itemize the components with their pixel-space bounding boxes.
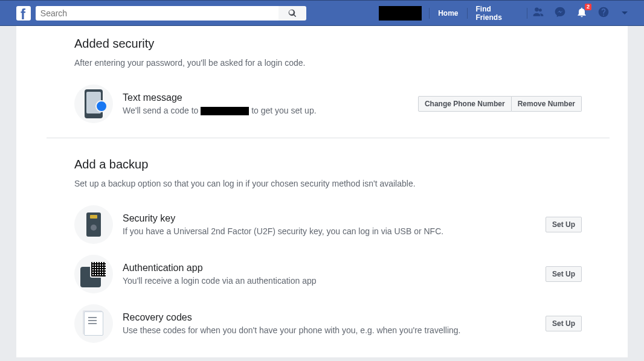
nav-icons: 2 <box>532 6 628 20</box>
search-wrap <box>36 6 306 21</box>
key-actions: Set Up <box>546 217 582 232</box>
notifications-icon-wrap[interactable]: 2 <box>576 6 588 20</box>
security-key-option: Security key If you have a Universal 2nd… <box>74 205 582 244</box>
option-desc: Use these codes for when you don't have … <box>123 325 546 335</box>
option-desc: If you have a Universal 2nd Factor (U2F)… <box>123 226 546 236</box>
messenger-icon-wrap[interactable] <box>554 6 566 20</box>
nav-home[interactable]: Home <box>432 6 464 21</box>
topbar-inner: Home Find Friends 2 <box>16 1 628 25</box>
option-text: Recovery codes Use these codes for when … <box>123 312 546 335</box>
page: Added security After entering your passw… <box>16 26 628 357</box>
profile-link[interactable] <box>379 6 422 21</box>
facebook-logo[interactable] <box>16 6 31 21</box>
nav-find-friends[interactable]: Find Friends <box>469 6 524 21</box>
added-security-section: Added security After entering your passw… <box>47 26 610 138</box>
friends-icon <box>532 6 544 18</box>
divider <box>429 8 430 19</box>
search-button[interactable] <box>279 6 306 21</box>
section-desc: Set up a backup option so that you can l… <box>74 179 582 188</box>
option-title: Security key <box>123 213 546 224</box>
section-title: Add a backup <box>74 158 582 171</box>
search-input[interactable] <box>36 6 279 21</box>
friends-icon-wrap[interactable] <box>532 6 544 20</box>
sms-desc-suffix: to get you set up. <box>249 106 316 115</box>
search-icon <box>288 9 297 18</box>
option-text: Security key If you have a Universal 2nd… <box>123 213 546 236</box>
sms-actions: Change Phone Number Remove Number <box>418 96 582 112</box>
codes-actions: Set Up <box>546 316 582 331</box>
security-key-icon <box>74 205 113 244</box>
divider <box>467 8 468 19</box>
text-message-option: Text message We'll send a code to to get… <box>74 85 582 123</box>
option-title: Authentication app <box>123 263 546 273</box>
setup-recovery-codes-button[interactable]: Set Up <box>546 316 582 331</box>
recovery-codes-icon <box>74 304 113 343</box>
option-title: Recovery codes <box>123 312 546 323</box>
section-desc: After entering your password, you'll be … <box>74 58 582 68</box>
help-icon <box>597 6 610 18</box>
option-title: Text message <box>123 92 418 103</box>
divider <box>527 8 527 19</box>
help-icon-wrap[interactable] <box>597 6 610 20</box>
masked-phone <box>201 107 249 115</box>
account-dropdown[interactable] <box>622 11 628 14</box>
section-title: Added security <box>74 37 582 51</box>
setup-auth-app-button[interactable]: Set Up <box>546 266 582 282</box>
content: Added security After entering your passw… <box>47 26 628 357</box>
topbar: Home Find Friends 2 <box>0 0 644 26</box>
option-desc: We'll send a code to to get you set up. <box>123 106 418 115</box>
option-text: Authentication app You'll receive a logi… <box>123 263 546 286</box>
setup-security-key-button[interactable]: Set Up <box>546 217 582 232</box>
sms-desc-prefix: We'll send a code to <box>123 106 201 115</box>
nav-links: Home Find Friends <box>427 6 530 21</box>
option-desc: You'll receive a login code via an authe… <box>123 276 546 286</box>
remove-number-button[interactable]: Remove Number <box>512 96 582 112</box>
app-actions: Set Up <box>546 266 582 282</box>
phone-icon <box>74 85 113 123</box>
option-text: Text message We'll send a code to to get… <box>123 92 418 115</box>
auth-app-icon <box>74 255 113 293</box>
notification-badge: 2 <box>585 4 591 10</box>
recovery-codes-option: Recovery codes Use these codes for when … <box>74 304 582 343</box>
add-backup-section: Add a backup Set up a backup option so t… <box>47 138 610 357</box>
change-phone-button[interactable]: Change Phone Number <box>418 96 512 112</box>
auth-app-option: Authentication app You'll receive a logi… <box>74 255 582 293</box>
messenger-icon <box>554 6 566 18</box>
